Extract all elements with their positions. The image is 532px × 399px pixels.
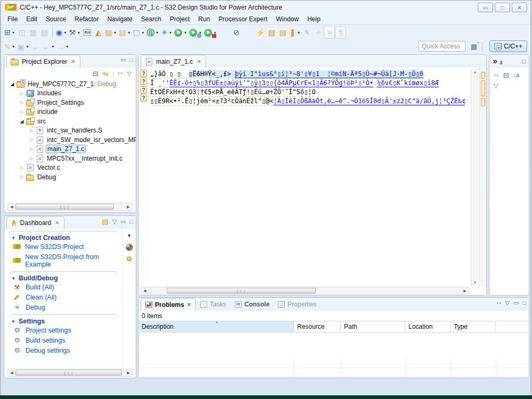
problems-table-body[interactable] xyxy=(138,359,529,378)
menu-item[interactable]: Refactor xyxy=(70,14,103,24)
toolbar-button[interactable]: ▶ ▼ xyxy=(173,26,188,39)
toolbar-button[interactable]: ⊞ ▼ xyxy=(3,26,17,39)
maximize-view-icon[interactable]: □ xyxy=(129,219,133,225)
section-header[interactable]: ▼Project Creation xyxy=(10,234,119,242)
toolbar-button[interactable]: ▥ ▼ xyxy=(28,26,39,39)
twistie-icon[interactable]: ◢ xyxy=(10,81,15,87)
toolbar-button[interactable]: ▤ ▼ xyxy=(266,26,277,39)
tree-item[interactable]: ▷ Includes xyxy=(4,89,136,98)
collapse-all-icon[interactable]: ⊟ xyxy=(93,70,99,77)
toolbar-button[interactable]: Ⓖ ▼ xyxy=(146,26,160,39)
twistie-icon[interactable]: ▷ xyxy=(29,128,34,133)
focus-on-task-icon[interactable]: ●● xyxy=(494,73,499,78)
tree-item[interactable]: ▷ MPC57xx__Interrupt_Init.c xyxy=(4,154,136,163)
column-header[interactable]: Description xyxy=(138,321,294,332)
editor-text[interactable]: „}åÓ ▯ ▯ ▯Ë6H®Ÿ<_‚£> þÿï I"ìus&°▯ï¦³~8'▯… xyxy=(150,70,465,106)
menu-item[interactable]: Project xyxy=(166,14,194,24)
dot-icon[interactable] xyxy=(127,256,132,261)
more-views-icon[interactable]: » xyxy=(493,56,497,66)
minimize-view-icon[interactable]: ▭ xyxy=(120,219,126,225)
tree-item[interactable]: ▷ Vector.c xyxy=(4,163,136,173)
view-menu-icon[interactable]: ▽ xyxy=(505,300,509,306)
editor-body[interactable]: ? ? ? ? „}åÓ ▯ ▯ ▯Ë6H®Ÿ<_‚£> þÿï I"ìus&°… xyxy=(138,68,486,295)
scroll-up-icon[interactable]: ▲ xyxy=(471,70,479,74)
dashboard-link[interactable]: Debug settings xyxy=(10,345,119,355)
toolbar-button[interactable]: ¶ ▼ xyxy=(335,26,346,39)
scroll-right-icon[interactable]: ▶ xyxy=(125,204,132,210)
annotation-marker[interactable] xyxy=(481,80,485,96)
section-collapse-icon[interactable]: ▼ xyxy=(127,233,132,238)
dropdown-arrow-icon[interactable]: ▼ xyxy=(77,31,80,35)
dropdown-arrow-icon[interactable]: ▼ xyxy=(66,45,69,48)
toolbar-button[interactable]: ▼ xyxy=(242,26,255,39)
twistie-icon[interactable]: ▷ xyxy=(29,156,34,161)
tree-item[interactable]: ▷ include xyxy=(4,107,136,117)
toolbar-button[interactable]: ✎ ▼ xyxy=(3,40,17,53)
menu-item[interactable]: Help xyxy=(303,14,325,24)
quick-access-input[interactable] xyxy=(419,41,465,52)
toolbar-button[interactable]: ▤ ▼ xyxy=(39,26,50,39)
collapse-all-icon[interactable]: ⊟ xyxy=(503,72,509,79)
toolbar-button[interactable]: ▼ xyxy=(218,26,231,39)
toolbar-button[interactable]: ▤ ▼ xyxy=(104,26,118,39)
maximize-view-icon[interactable]: □ xyxy=(522,59,526,64)
link-with-editor-icon[interactable]: ⇆ xyxy=(103,70,109,77)
maximize-view-icon[interactable]: □ xyxy=(129,57,133,63)
twistie-icon[interactable]: ▷ xyxy=(19,165,24,170)
dropdown-arrow-icon[interactable]: ▼ xyxy=(127,31,131,35)
tab-main-z7-1-c[interactable]: main_Z7_1.c ✕ xyxy=(141,55,206,68)
toolbar-button[interactable]: ▤ ▼ xyxy=(118,26,132,39)
column-header[interactable] xyxy=(496,321,529,332)
bottom-tab[interactable]: Console xyxy=(231,298,274,311)
twistie-icon[interactable]: ◢ xyxy=(19,119,24,124)
twistie-icon[interactable]: ▷ xyxy=(19,174,24,179)
vertical-scrollbar[interactable]: ▲ ▼ xyxy=(471,69,479,286)
dropdown-arrow-icon[interactable]: ▼ xyxy=(51,45,55,48)
toolbar-button[interactable]: ◭ ▼ xyxy=(93,26,104,39)
column-header[interactable]: Resource xyxy=(294,321,341,332)
bottom-tab[interactable]: Properties xyxy=(274,298,321,311)
toolbar-button[interactable]: ≡ ▼ xyxy=(324,26,335,39)
focus-on-task-icon[interactable]: ●● xyxy=(496,301,502,305)
window-control-button[interactable]: ✕ xyxy=(512,3,527,12)
close-icon[interactable]: ✕ xyxy=(187,302,191,307)
unknown-annotation-icon[interactable]: ? xyxy=(140,86,147,94)
section-collapse-icon[interactable]: ▼ xyxy=(11,236,15,240)
overview-ruler[interactable] xyxy=(479,68,486,287)
view-menu-icon[interactable]: ▽ xyxy=(127,71,132,77)
dropdown-arrow-icon[interactable]: ▼ xyxy=(113,31,117,35)
twistie-icon[interactable]: ▷ xyxy=(29,147,34,152)
twistie-icon[interactable]: ▷ xyxy=(29,137,34,142)
maximize-view-icon[interactable]: □ xyxy=(522,300,526,306)
scroll-left-icon[interactable]: ◀ xyxy=(142,288,148,294)
dropdown-arrow-icon[interactable]: ▼ xyxy=(155,31,159,35)
scrollbar-thumb[interactable]: ❘❘❘ xyxy=(15,370,122,376)
tab-project-explorer[interactable]: Project Explorer ✕ xyxy=(6,55,80,68)
horizontal-scrollbar[interactable]: ◀ ▶ ❘❘❘ xyxy=(7,369,133,377)
unknown-annotation-icon[interactable]: ? xyxy=(140,78,147,85)
dashboard-link[interactable]: Build (All) xyxy=(10,282,119,292)
tree-item[interactable]: ▷ main_Z7_1.c xyxy=(4,145,136,154)
window-control-button[interactable]: □ xyxy=(495,3,510,12)
toolbar-button[interactable]: ◫ ▼ xyxy=(17,26,28,39)
dashboard-link[interactable]: Build settings xyxy=(10,335,119,345)
dropdown-arrow-icon[interactable]: ▼ xyxy=(169,31,173,35)
dropdown-arrow-icon[interactable]: ▼ xyxy=(297,31,300,35)
dashboard-link[interactable]: Project settings xyxy=(10,325,119,335)
toolbar-button[interactable]: ✧ ▼ xyxy=(313,26,324,39)
tree-item[interactable]: ▷ intc_SW_mode_isr_vectors_MPC xyxy=(4,135,136,145)
new-dashboard-icon[interactable]: ▤ xyxy=(102,218,108,225)
pie-icon[interactable] xyxy=(126,244,133,251)
scroll-down-icon[interactable]: ▼ xyxy=(471,280,479,285)
close-icon[interactable]: ✕ xyxy=(197,59,201,64)
scrollbar-thumb[interactable]: ❘❘❘ xyxy=(167,288,316,294)
tree-item[interactable]: ▷ Debug xyxy=(4,172,136,182)
perspective-button-c-cpp[interactable]: C/C++ xyxy=(489,40,527,52)
toolbar-button[interactable]: ⊘ ▼ xyxy=(231,26,242,39)
scroll-left-icon[interactable]: ◀ xyxy=(9,370,15,376)
toolbar-button[interactable]: ✳ ▼ xyxy=(160,26,174,39)
column-header[interactable]: Path xyxy=(341,321,405,332)
sort-icon[interactable]: ↓a xyxy=(513,72,520,78)
bottom-tab[interactable]: Tasks xyxy=(196,298,231,311)
dropdown-arrow-icon[interactable]: ▼ xyxy=(141,31,145,35)
